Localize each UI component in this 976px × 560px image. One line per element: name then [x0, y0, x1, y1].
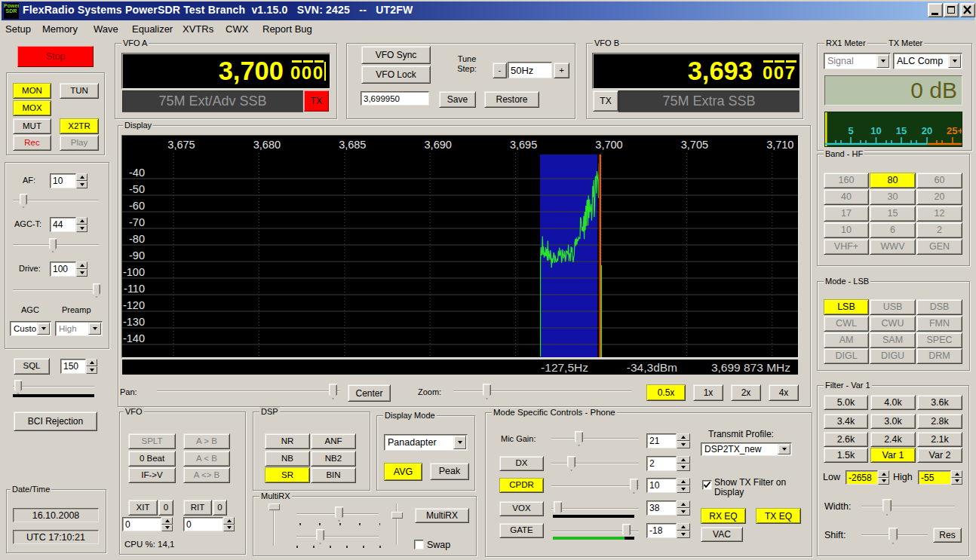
svg-text:-50: -50	[129, 183, 145, 195]
svg-text:3,680: 3,680	[253, 139, 281, 151]
svg-text:3,690: 3,690	[425, 139, 452, 151]
svg-text:-70: -70	[129, 216, 145, 228]
svg-text:-140: -140	[123, 332, 145, 344]
svg-text:-90: -90	[129, 249, 145, 262]
svg-text:-130: -130	[123, 316, 145, 328]
svg-text:3,685: 3,685	[339, 139, 366, 151]
svg-text:5: 5	[848, 125, 853, 136]
svg-text:-120: -120	[123, 299, 145, 311]
svg-text:-100: -100	[123, 266, 145, 278]
svg-text:-40: -40	[129, 167, 145, 179]
svg-text:15: 15	[896, 125, 907, 136]
svg-text:3,675: 3,675	[167, 139, 195, 151]
svg-text:3,710: 3,710	[766, 139, 793, 151]
svg-text:3,695: 3,695	[510, 139, 537, 151]
svg-text:3,700: 3,700	[595, 139, 622, 151]
svg-text:-110: -110	[124, 283, 145, 295]
svg-text:10: 10	[870, 125, 881, 136]
svg-text:-80: -80	[129, 233, 145, 245]
svg-text:20: 20	[922, 125, 932, 136]
svg-text:-60: -60	[129, 200, 145, 212]
svg-text:25+: 25+	[947, 125, 962, 136]
svg-text:3,705: 3,705	[681, 139, 708, 151]
